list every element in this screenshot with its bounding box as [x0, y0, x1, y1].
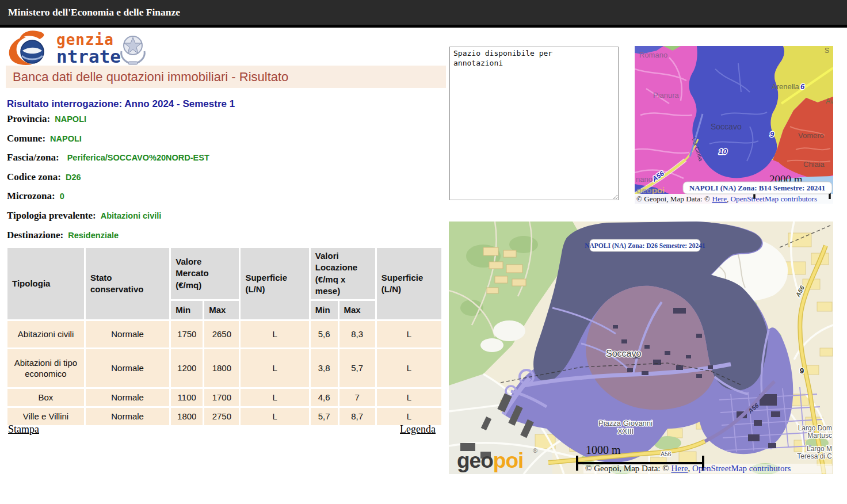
label-largo-m: Largo M: [807, 445, 832, 453]
osm-link[interactable]: OpenStreetMap contributors: [692, 464, 791, 473]
label-piazza-giovanni: Piazza Giovanni: [598, 419, 653, 427]
label-nano: nano: [636, 175, 653, 184]
cell-superficie: L: [241, 349, 308, 387]
col-header-superficie-2: Superficie (L/N): [377, 248, 441, 319]
cell-min: 4,6: [311, 389, 338, 406]
cell-stato: Normale: [86, 389, 169, 406]
col-header-stato: Stato conservativo: [86, 248, 169, 319]
field-microzona: Microzona: 0: [7, 190, 444, 210]
label-cut-av: Av: [826, 97, 833, 105]
cell-max: 2650: [204, 321, 239, 348]
cell-min: 3,8: [311, 349, 338, 387]
cell-max: 1800: [204, 349, 239, 387]
label-soccavo: Soccavo: [606, 349, 641, 358]
here-link[interactable]: Here: [712, 194, 727, 203]
route-9-badge: 9: [770, 130, 774, 139]
map-attribution: © Geopoi, Map Data: © Here, OpenStreetMa…: [585, 464, 791, 473]
cell-superficie: L: [241, 389, 308, 406]
label-cut-s: S: [825, 47, 829, 55]
result-fields: Provincia: NAPOLI Comune: NAPOLI Fascia/…: [7, 113, 444, 249]
legenda-link[interactable]: Legenda: [400, 423, 436, 436]
zone-badge-text: NAPOLI (NA) Zona: B14 Semestre: 20241: [689, 184, 825, 192]
field-label: Comune:: [7, 133, 45, 144]
table-row: Ville e Villini Normale 1800 2750 L 5,7 …: [7, 408, 441, 425]
col-header-max: Max: [339, 301, 375, 319]
field-value: D26: [66, 173, 81, 182]
field-label: Provincia:: [7, 113, 50, 125]
col-header-valore-mercato: Valore Mercato (€/mq): [171, 248, 239, 299]
osm-link[interactable]: OpenStreetMap contributors: [731, 194, 818, 203]
field-label: Fascia/zona:: [7, 152, 59, 163]
cell-superficie: L: [377, 321, 441, 348]
label-chiaia: Chiaia: [803, 160, 825, 169]
cell-min: 5,7: [311, 408, 338, 425]
cell-max: 1700: [204, 389, 239, 406]
field-comune: Comune: NAPOLI: [7, 133, 444, 152]
agenzia-entrate-logo-icon: [7, 30, 60, 66]
table-row: Abitazioni civili Normale 1750 2650 L 5,…: [7, 321, 441, 348]
route-9-badge: 9: [800, 366, 804, 375]
field-value: Abitazioni civili: [101, 211, 162, 220]
here-link[interactable]: Here: [671, 464, 688, 473]
quotations-table: Tipologia Stato conservativo Valore Merc…: [6, 246, 443, 427]
cell-tipologia: Abitazioni di tipo economico: [7, 349, 84, 387]
cell-stato: Normale: [86, 408, 169, 425]
label-soccavo: Soccavo: [711, 122, 742, 131]
field-label: Microzona:: [7, 190, 55, 202]
cell-superficie: L: [241, 408, 308, 425]
zone-badge-text: NAPOLI (NA) Zona: D26 Semestre: 20241: [585, 242, 705, 250]
overview-map: Romano Pianura nano Soccavo Arenella Vom…: [635, 46, 833, 204]
cell-tipologia: Abitazioni civili: [7, 321, 84, 348]
col-header-valori-locazione: Valori Locazione (€/mq x mese): [311, 248, 375, 299]
cell-max: 8,7: [339, 408, 375, 425]
label-largo-dom-2: Martusc: [807, 432, 832, 440]
field-label: Destinazione:: [7, 230, 63, 241]
logo-line2: ntrate: [56, 48, 121, 66]
annotations-textarea[interactable]: Spazio disponibile per annotazioni: [449, 47, 619, 200]
field-codice-zona: Codice zona: D26: [7, 171, 444, 191]
ministry-bar: Ministero dell'Economia e delle Finanze: [0, 0, 847, 28]
cell-tipologia: Box: [7, 389, 84, 406]
white-pond-2: [480, 338, 503, 352]
zone-map: Soccavo Piazza Giovanni XXIII Largo Dom …: [449, 222, 833, 474]
label-romano: Romano: [639, 51, 667, 59]
field-value: Periferica/SOCCAVO%20NORD-EST: [67, 153, 209, 162]
cell-min: 1200: [171, 349, 203, 387]
label-a56-bottom: A56: [661, 450, 672, 457]
geopoi-logo-small: geopoi: [636, 185, 665, 195]
field-label: Tipologia prevalente:: [7, 210, 96, 222]
label-piazza-xxiii: XXIII: [617, 427, 634, 436]
white-pond: [493, 320, 525, 341]
cell-superficie: L: [377, 349, 441, 387]
field-provincia: Provincia: NAPOLI: [7, 113, 444, 133]
ministry-title: Ministero dell'Economia e delle Finanze: [8, 6, 180, 18]
scale-label: 1000 m: [586, 444, 621, 456]
cell-max: 7: [339, 389, 375, 406]
field-value: Residenziale: [68, 231, 119, 240]
stampa-link[interactable]: Stampa: [8, 423, 39, 436]
republic-emblem-icon: [117, 29, 149, 65]
field-fascia-zona: Fascia/zona: Periferica/SOCCAVO%20NORD-E…: [7, 152, 444, 171]
field-tipologia-prevalente: Tipologia prevalente: Abitazioni civili: [7, 210, 444, 230]
agenzia-entrate-wordmark: genzia ntrate: [56, 32, 121, 66]
field-value: NAPOLI: [50, 134, 82, 143]
col-header-superficie-1: Superficie (L/N): [241, 248, 308, 319]
logo-line1: genzia: [56, 32, 121, 47]
cell-min: 5,6: [311, 321, 338, 348]
col-header-min: Min: [171, 301, 203, 319]
table-row: Abitazioni di tipo economico Normale 120…: [7, 349, 441, 387]
cell-stato: Normale: [86, 349, 169, 387]
page-title: Banca dati delle quotazioni immobiliari …: [6, 66, 446, 88]
cell-min: 1800: [171, 408, 203, 425]
result-heading: Risultato interrogazione: Anno 2024 - Se…: [7, 98, 235, 110]
cell-tipologia: Ville e Villini: [7, 408, 84, 425]
cell-superficie: L: [241, 321, 308, 348]
field-value: NAPOLI: [55, 114, 86, 124]
table-row: Box Normale 1100 1700 L 4,6 7 L: [7, 389, 441, 406]
route-10-badge: 10: [719, 147, 727, 156]
cell-superficie: L: [377, 408, 441, 425]
cell-max: 8,3: [339, 321, 375, 348]
label-largo-dom: Largo Dom: [798, 424, 832, 432]
cell-stato: Normale: [86, 321, 169, 348]
col-header-tipologia: Tipologia: [7, 248, 84, 319]
